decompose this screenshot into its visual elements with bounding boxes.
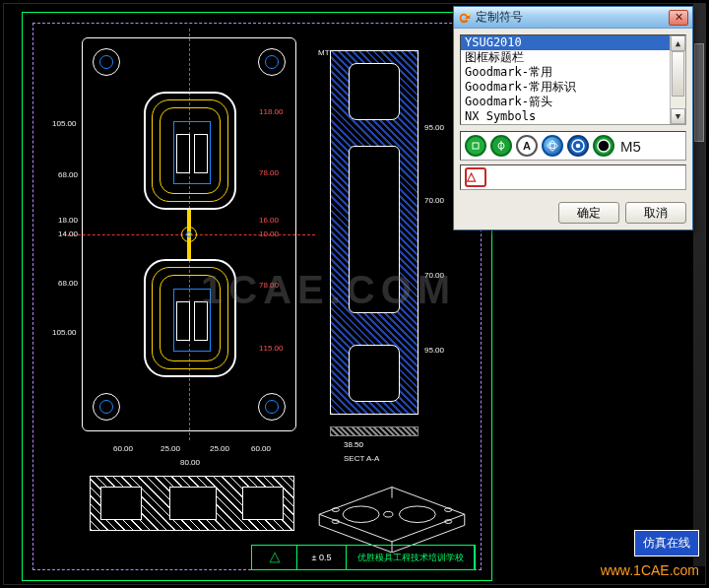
svg-point-2 — [399, 506, 435, 523]
corner-hole — [258, 48, 286, 76]
close-button[interactable]: ✕ — [669, 10, 688, 26]
dim-text: 18.00 — [58, 216, 78, 225]
dialog-button-row: 确定 取消 — [454, 196, 692, 229]
ok-button[interactable]: 确定 — [558, 202, 619, 224]
dim-text: 80.00 — [180, 458, 200, 467]
scroll-down-icon[interactable]: ▼ — [671, 108, 685, 124]
cancel-button[interactable]: 取消 — [625, 202, 686, 224]
custom-symbols-dialog[interactable]: 定制符号 ✕ YSUG2010 图框标题栏 Goodmark-常用 Goodma… — [453, 6, 693, 230]
isometric-view — [310, 458, 474, 553]
close-icon: ✕ — [675, 11, 683, 24]
svg-point-14 — [550, 141, 555, 151]
dim-text: 68.00 — [58, 170, 78, 179]
dim-text: 60.00 — [113, 444, 133, 453]
symbol-toolbar-row2: △ — [460, 164, 686, 190]
dim-text: 25.00 — [161, 444, 180, 453]
symbol-toolbar: A M5 — [460, 131, 686, 161]
scrollbar-thumb[interactable] — [672, 51, 684, 97]
dim-text: 70.00 — [424, 196, 444, 205]
thread-size-label: M5 — [620, 138, 641, 155]
scroll-up-icon[interactable]: ▲ — [671, 35, 685, 51]
list-item[interactable]: Goodmark-常用 — [461, 65, 685, 80]
titleblock-logo — [252, 546, 297, 569]
brand-badge: 仿真在线 — [634, 530, 699, 556]
dialog-title: 定制符号 — [476, 9, 665, 26]
scrollbar-thumb[interactable] — [694, 43, 704, 142]
scrollbar-vertical[interactable] — [693, 4, 705, 566]
brand-url: www.1CAE.com — [601, 562, 699, 578]
list-item[interactable]: YSUG2010 — [461, 35, 685, 50]
dim-text: 60.00 — [251, 444, 271, 453]
dim-text: 68.00 — [58, 279, 78, 288]
list-item[interactable]: Goodmark-常用标识 — [461, 80, 685, 95]
dim-text: 105.00 — [52, 328, 76, 337]
sphere-icon[interactable] — [542, 135, 563, 157]
corner-hole — [258, 393, 286, 421]
dim-text: 95.00 — [424, 123, 444, 132]
side-view — [330, 50, 419, 415]
dim-text: 115.00 — [259, 344, 283, 353]
watermark: 1CAE.COM — [201, 268, 456, 312]
svg-point-16 — [576, 144, 581, 149]
runner — [181, 210, 197, 259]
list-item[interactable]: Mold Symbols — [461, 124, 685, 125]
cavity-core — [173, 121, 211, 184]
hole-icon[interactable] — [593, 135, 614, 157]
svg-point-9 — [467, 12, 471, 16]
symbol-library-list[interactable]: YSUG2010 图框标题栏 Goodmark-常用 Goodmark-常用标识… — [460, 34, 686, 125]
titleblock: ± 0.5 优胜模具工程技术培训学校 — [251, 545, 476, 570]
dim-text: 25.00 — [210, 444, 229, 453]
dim-text: 38.50 — [344, 440, 363, 449]
target-icon[interactable] — [567, 135, 589, 157]
svg-rect-10 — [473, 143, 479, 149]
corner-hole — [93, 48, 120, 76]
dim-text: 95.00 — [424, 346, 444, 355]
app-icon — [458, 11, 472, 25]
svg-point-13 — [548, 144, 557, 149]
list-item[interactable]: NX Symbols — [461, 109, 685, 124]
dim-text: 10.00 — [259, 229, 279, 238]
cavity-top — [144, 92, 236, 210]
svg-marker-8 — [270, 553, 280, 562]
section-view — [90, 476, 294, 531]
corner-hole — [93, 393, 120, 421]
list-scrollbar[interactable]: ▲ ▼ — [670, 35, 685, 124]
svg-point-1 — [343, 506, 379, 523]
list-item[interactable]: 图框标题栏 — [461, 50, 685, 65]
list-item[interactable]: Goodmark-箭头 — [461, 95, 685, 109]
dim-text: 16.00 — [259, 216, 279, 225]
dim-text: 14.00 — [58, 229, 78, 238]
gd-frame-icon[interactable] — [490, 135, 512, 157]
titleblock-tolerance: ± 0.5 — [297, 546, 347, 569]
section-bar — [330, 426, 419, 436]
text-a-icon[interactable]: A — [516, 135, 538, 157]
dim-text: 78.00 — [259, 168, 279, 177]
dim-text: 118.00 — [259, 107, 283, 116]
dim-text: 105.00 — [52, 119, 76, 128]
svg-point-17 — [598, 140, 610, 152]
datum-icon[interactable] — [465, 135, 486, 157]
dialog-titlebar[interactable]: 定制符号 ✕ — [454, 7, 692, 29]
svg-point-3 — [384, 511, 393, 517]
titleblock-school: 优胜模具工程技术培训学校 — [347, 546, 475, 569]
warn-icon[interactable]: △ — [465, 167, 486, 187]
